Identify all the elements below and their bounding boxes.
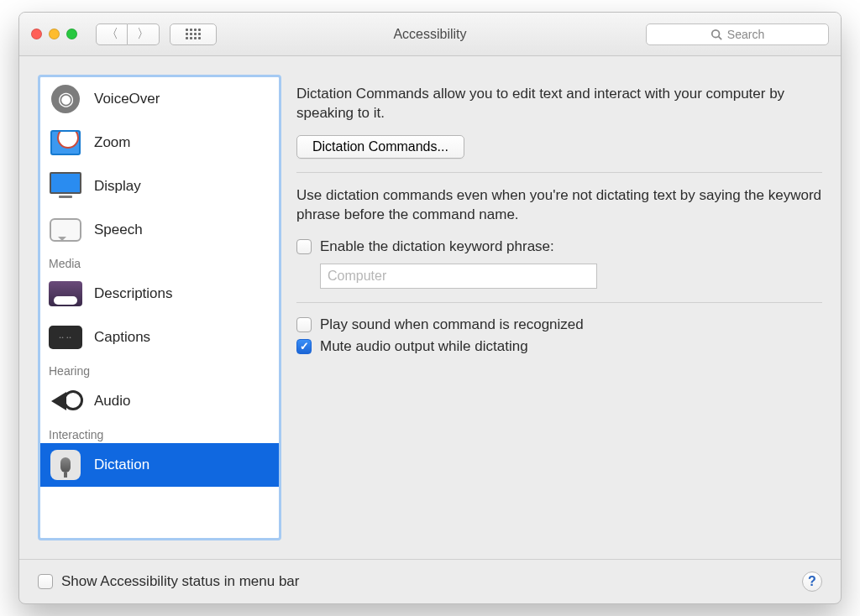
category-sidebar[interactable]: ◉ VoiceOver Zoom Display Speech Media De… xyxy=(38,75,281,540)
enable-keyword-label: Enable the dictation keyword phrase: xyxy=(320,238,554,255)
close-window-button[interactable] xyxy=(31,29,42,39)
keyword-intro-text: Use dictation commands even when you're … xyxy=(296,186,822,225)
sidebar-section-hearing: Hearing xyxy=(40,359,279,379)
grid-icon xyxy=(186,29,201,39)
microphone-icon xyxy=(47,449,84,481)
sidebar-item-dictation[interactable]: Dictation xyxy=(40,443,279,487)
window-title: Accessibility xyxy=(393,27,466,42)
sidebar-item-display[interactable]: Display xyxy=(40,164,279,208)
display-icon xyxy=(47,170,84,202)
nav-buttons: 〈 〉 xyxy=(96,23,160,45)
minimize-window-button[interactable] xyxy=(49,29,60,39)
content-area: ◉ VoiceOver Zoom Display Speech Media De… xyxy=(19,56,841,559)
zoom-window-button[interactable] xyxy=(66,29,77,39)
checkbox-checked-icon xyxy=(296,339,312,354)
sidebar-item-captions[interactable]: •• •• Captions xyxy=(40,316,279,359)
divider xyxy=(296,302,822,303)
mute-audio-label: Mute audio output while dictating xyxy=(320,338,528,355)
sidebar-item-label: VoiceOver xyxy=(94,91,160,107)
search-placeholder: Search xyxy=(727,28,764,41)
keyword-phrase-input[interactable]: Computer xyxy=(320,264,597,289)
sidebar-item-label: Speech xyxy=(94,222,143,238)
checkbox-unchecked-icon xyxy=(296,239,312,254)
titlebar: 〈 〉 Accessibility Search xyxy=(19,13,841,56)
sidebar-item-label: Display xyxy=(94,178,141,195)
forward-button[interactable]: 〉 xyxy=(128,23,160,45)
sidebar-item-label: Captions xyxy=(94,329,150,346)
speech-icon xyxy=(47,214,84,246)
sidebar-item-speech[interactable]: Speech xyxy=(40,208,279,252)
sidebar-item-label: Descriptions xyxy=(94,285,173,302)
captions-icon: •• •• xyxy=(47,321,84,353)
sidebar-item-label: Zoom xyxy=(94,134,130,151)
help-icon: ? xyxy=(808,574,816,589)
window-controls xyxy=(31,29,77,39)
svg-line-1 xyxy=(718,36,721,39)
sidebar-item-audio[interactable]: Audio xyxy=(40,379,279,423)
show-all-button[interactable] xyxy=(170,23,217,45)
sidebar-section-interacting: Interacting xyxy=(40,423,279,443)
search-icon xyxy=(711,29,722,40)
sidebar-item-zoom[interactable]: Zoom xyxy=(40,121,279,164)
preferences-window: 〈 〉 Accessibility Search ◉ VoiceOver Zoo… xyxy=(18,12,842,604)
checkbox-unchecked-icon xyxy=(38,574,53,589)
svg-point-0 xyxy=(712,29,720,37)
keyword-phrase-value: Computer xyxy=(328,269,386,284)
dictation-commands-button[interactable]: Dictation Commands... xyxy=(296,135,464,159)
play-sound-label: Play sound when command is recognized xyxy=(320,316,584,333)
audio-icon xyxy=(47,385,84,417)
descriptions-icon xyxy=(47,278,84,310)
footer-bar: Show Accessibility status in menu bar ? xyxy=(19,559,841,603)
back-button[interactable]: 〈 xyxy=(96,23,128,45)
show-status-checkbox-row[interactable]: Show Accessibility status in menu bar xyxy=(38,573,299,590)
play-sound-checkbox-row[interactable]: Play sound when command is recognized xyxy=(296,316,822,333)
enable-keyword-checkbox-row[interactable]: Enable the dictation keyword phrase: xyxy=(296,238,822,255)
sidebar-item-label: Dictation xyxy=(94,457,149,473)
divider xyxy=(296,172,822,173)
sidebar-section-media: Media xyxy=(40,252,279,272)
checkbox-unchecked-icon xyxy=(296,317,312,332)
sidebar-item-voiceover[interactable]: ◉ VoiceOver xyxy=(40,77,279,121)
show-status-label: Show Accessibility status in menu bar xyxy=(61,573,299,590)
detail-pane: Dictation Commands allow you to edit tex… xyxy=(296,75,822,540)
voiceover-icon: ◉ xyxy=(47,83,84,115)
mute-audio-checkbox-row[interactable]: Mute audio output while dictating xyxy=(296,338,822,355)
zoom-icon xyxy=(47,127,84,159)
help-button[interactable]: ? xyxy=(802,572,822,592)
intro-text: Dictation Commands allow you to edit tex… xyxy=(296,85,822,123)
sidebar-item-label: Audio xyxy=(94,393,130,410)
sidebar-item-descriptions[interactable]: Descriptions xyxy=(40,272,279,316)
search-field[interactable]: Search xyxy=(646,23,829,45)
